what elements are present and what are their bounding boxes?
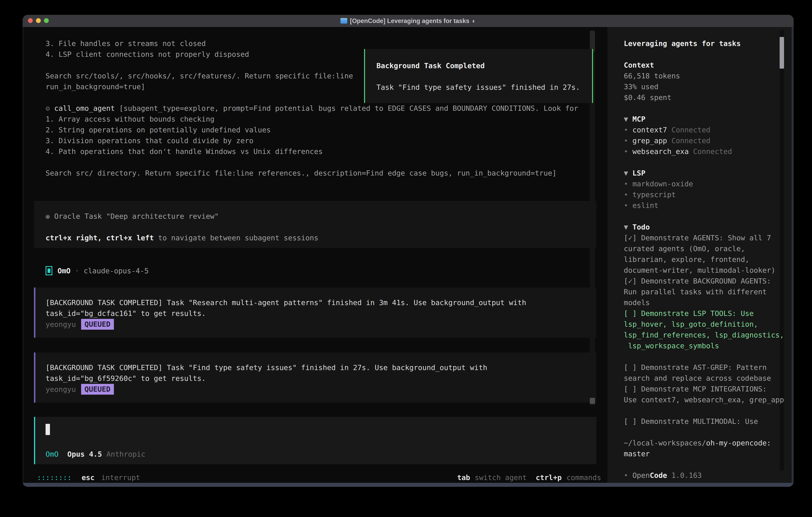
text-line: run_in_background=true] [46,81,353,92]
text-line: • websearch_exa Connected [624,146,784,157]
text-line: ~/local-workspaces/oh-my-opencode: [624,438,784,448]
separator-dot: · [75,267,79,275]
text-line: ctrl+x right, ctrl+x left to navigate be… [46,233,597,243]
text-line: librarian, explore, frontend, [624,254,784,265]
window-bottom-edge [23,483,793,487]
status-badge: QUEUED [81,384,114,394]
section-arrow-icon: ▼ [624,115,632,123]
text-line: lsp_find_references, lsp_diagnostics, [624,330,784,341]
title-bar[interactable]: [OpenCode] Leveraging agents for tasks ◐ [23,15,793,27]
text-line [624,459,784,470]
text-line: 2. String operations on potentially unde… [46,125,578,135]
text-line: 3. Division operations that could divide… [46,135,578,146]
task-user: yeongyu [46,320,76,328]
text-line [624,157,784,168]
text-line [624,427,784,438]
main-scrollbar-thumb-bottom[interactable] [590,398,595,404]
window-left-edge [23,27,23,483]
text-line: 3. File handles or streams not closed [46,38,353,49]
text-line [624,405,784,416]
bullet-icon: • [624,191,632,199]
spinner-icon: :::::::: [37,472,71,483]
text-line [624,351,784,362]
prompt-input[interactable]: OmO Opus 4.5 Anthropic [34,417,597,464]
text-line: • grep_app Connected [624,135,784,146]
agent-model: claude-opus-4-5 [84,267,149,275]
text-line: ◉ Oracle Task "Deep architecture review" [46,211,597,222]
background-task-message: [BACKGROUND TASK COMPLETED] Task "Resear… [34,288,597,338]
opencode-window: [OpenCode] Leveraging agents for tasks ◐… [23,15,793,487]
text-line [46,60,353,71]
text-line: • markdown-oxide [624,179,784,189]
bullet-icon: • [624,201,632,210]
oracle-task-icon: ◉ [46,212,54,220]
input-model-name: Opus 4.5 [67,449,102,460]
tab-key-hint[interactable]: tab [457,472,470,483]
tool-call-block: ⚙ call_omo_agent [subagent_type=explore,… [46,103,578,179]
text-line [624,103,784,114]
text-line: master [624,448,784,459]
ctrlp-key-hint[interactable]: ctrl+p [536,472,562,483]
text-line: ⚙ call_omo_agent [subagent_type=explore,… [46,103,578,114]
text-line: 66,518 tokens [624,71,784,81]
toast-notification: Background Task Completed Task "Find typ… [364,49,593,103]
agent-name: OmO [58,267,70,275]
agent-header-row: OmO · claude-opus-4-5 [46,265,149,276]
text-line: curated agents (OmO, oracle, [624,243,784,254]
status-badge: QUEUED [81,319,114,330]
text-line [46,222,597,233]
text-line: $0.46 spent [624,92,784,103]
model-row: OmO Opus 4.5 Anthropic [46,449,145,460]
text-line: [BACKGROUND TASK COMPLETED] Task "Find t… [46,362,597,373]
text-line: [BACKGROUND TASK COMPLETED] Task "Resear… [46,297,597,308]
text-line: ▼ Todo [624,222,784,233]
text-line: Run parallel tasks with different [624,287,784,297]
bullet-icon: • [624,147,632,156]
text-line: search and replace across codebase [624,373,784,384]
text-line: • typescript [624,189,784,200]
tab-key-label: switch agent [475,472,527,483]
scrollback-text: 3. File handles or streams not closed4. … [46,38,353,92]
text-line: [✓] Demonstrate AGENTS: Show all 7 [624,233,784,243]
ctrlp-key-label: commands [567,472,601,483]
text-line: [ ] Demonstrate LSP TOOLS: Use [624,308,784,319]
window-right-edge [792,27,793,483]
text-cursor [46,424,50,435]
text-line: Context [624,60,784,71]
esc-key-label: interrupt [101,472,140,483]
bullet-icon: • [624,180,632,188]
text-line [46,157,578,168]
text-line: • context7 Connected [624,125,784,135]
esc-key-hint[interactable]: esc [82,472,94,483]
text-line: 1. Array access without bounds checking [46,114,578,125]
text-line: Search src/ directory. Return specific f… [46,168,578,179]
text-line: [✓] Demonstrate BACKGROUND AGENTS: [624,276,784,287]
text-line: • eslint [624,200,784,211]
gear-icon: ⚙ [46,104,54,112]
bullet-icon: • [624,126,632,134]
text-line: ▼ LSP [624,168,784,179]
status-bar-right: tab switch agent ctrl+p commands [457,472,601,483]
text-line: Leveraging agents for tasks [624,38,784,49]
text-line [624,49,784,60]
section-arrow-icon: ▼ [624,223,632,231]
text-line: [ ] Demonstrate MCP INTEGRATIONS: [624,384,784,394]
text-line: 4. LSP client connections not properly d… [46,49,353,60]
text-line: task_id="bg_6f59260c" to get results. [46,373,597,384]
text-line: [ ] Demonstrate MULTIMODAL: Use [624,416,784,427]
text-line: lsp_workspace_symbols [624,341,784,351]
text-line: document-writer, multimodal-looker) [624,265,784,276]
task-user: yeongyu [46,385,76,393]
text-line [624,211,784,222]
background-task-message: [BACKGROUND TASK COMPLETED] Task "Find t… [34,352,597,403]
text-line: [ ] Demonstrate AST-GREP: Pattern [624,362,784,373]
status-bar-left: :::::::: esc interrupt [37,472,140,483]
bullet-icon: • [624,137,632,145]
text-line: Use context7, websearch_exa, grep_app [624,394,784,405]
text-line: 4. Path operations that don't handle Win… [46,146,578,157]
text-line: Search src/tools/, src/hooks/, src/featu… [46,71,353,81]
sidebar-content: Leveraging agents for tasks Context66,51… [624,38,784,481]
text-line: 33% used [624,81,784,92]
text-line: task_id="bg_dcfac161" to get results. [46,308,597,319]
section-arrow-icon: ▼ [624,169,632,177]
